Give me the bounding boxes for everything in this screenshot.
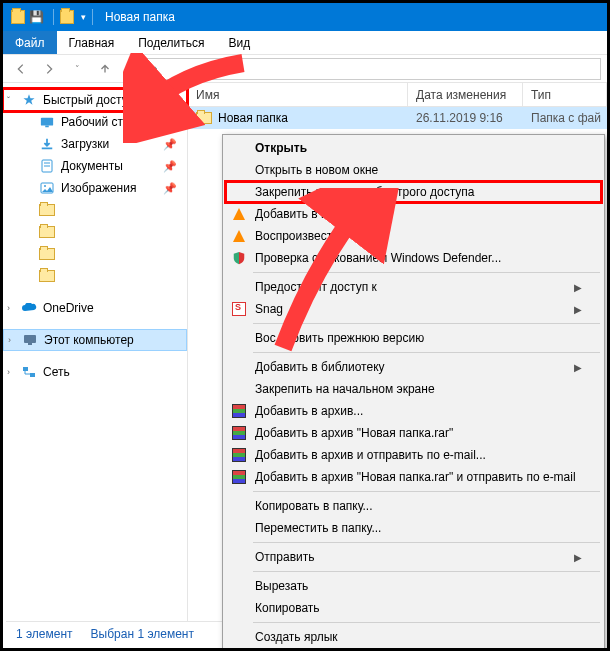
sidebar-network[interactable]: › Сеть bbox=[3, 361, 187, 383]
folder-icon bbox=[196, 112, 212, 124]
ctx-add-library[interactable]: Добавить в библиотеку▶ bbox=[225, 356, 602, 378]
sidebar-desktop[interactable]: Рабочий стол 📌 bbox=[3, 111, 187, 133]
quick-access-icon bbox=[21, 93, 37, 107]
ctx-cut[interactable]: Вырезать bbox=[225, 575, 602, 597]
ctx-pin-start[interactable]: Закрепить на начальном экране bbox=[225, 378, 602, 400]
separator bbox=[253, 542, 600, 543]
ctx-create-shortcut[interactable]: Создать ярлык bbox=[225, 626, 602, 648]
context-menu: Открыть Открыть в новом окне Закрепить н… bbox=[222, 134, 605, 651]
sidebar-downloads[interactable]: Загрузки 📌 bbox=[3, 133, 187, 155]
ctx-send-to[interactable]: Отправить▶ bbox=[225, 546, 602, 568]
pin-icon: 📌 bbox=[163, 138, 177, 151]
sidebar-folder-2[interactable] bbox=[3, 221, 187, 243]
quick-save-icon[interactable]: 💾 bbox=[29, 10, 43, 24]
pin-icon: 📌 bbox=[163, 182, 177, 195]
vlc-icon bbox=[231, 228, 247, 244]
app-folder-icon bbox=[11, 10, 25, 24]
separator bbox=[253, 491, 600, 492]
svg-rect-1 bbox=[45, 126, 49, 128]
column-headers[interactable]: Имя Дата изменения Тип bbox=[188, 83, 607, 107]
back-button[interactable] bbox=[9, 58, 33, 80]
up-button[interactable] bbox=[93, 58, 117, 80]
pin-icon: 📌 bbox=[163, 116, 177, 129]
ctx-pin-quick-access[interactable]: Закрепить на панели быстрого доступа bbox=[225, 181, 602, 203]
rar-icon bbox=[231, 469, 247, 485]
ctx-archive-email[interactable]: Добавить в архив и отправить по e-mail..… bbox=[225, 444, 602, 466]
file-name: Новая папка bbox=[218, 111, 288, 125]
tab-file[interactable]: Файл bbox=[3, 31, 57, 54]
ctx-move-to[interactable]: Переместить в папку... bbox=[225, 517, 602, 539]
ctx-open-new-window[interactable]: Открыть в новом окне bbox=[225, 159, 602, 181]
folder-icon bbox=[39, 269, 55, 283]
folder-icon bbox=[39, 225, 55, 239]
folder-icon bbox=[39, 203, 55, 217]
snagit-icon bbox=[231, 301, 247, 317]
svg-rect-2 bbox=[42, 148, 53, 150]
sidebar-documents[interactable]: Документы 📌 bbox=[3, 155, 187, 177]
ctx-add-archive-named[interactable]: Добавить в архив "Новая папка.rar" bbox=[225, 422, 602, 444]
address-bar[interactable]: › bbox=[129, 58, 601, 80]
col-name[interactable]: Имя bbox=[188, 83, 408, 106]
sidebar-folder-3[interactable] bbox=[3, 243, 187, 265]
status-selected: Выбран 1 элемент bbox=[91, 627, 194, 641]
rar-icon bbox=[231, 425, 247, 441]
ctx-open[interactable]: Открыть bbox=[225, 137, 602, 159]
file-date: 26.11.2019 9:16 bbox=[408, 111, 523, 125]
col-type[interactable]: Тип bbox=[523, 83, 607, 106]
ctx-defender-scan[interactable]: Проверка с и жованием Windows Defender..… bbox=[225, 247, 602, 269]
folder-icon bbox=[134, 63, 150, 75]
sidebar-quick-access[interactable]: ˇ Быстрый доступ bbox=[3, 89, 187, 111]
tab-view[interactable]: Вид bbox=[216, 31, 262, 54]
ctx-archive-named-email[interactable]: Добавить в архив "Новая папка.rar" и отп… bbox=[225, 466, 602, 488]
pin-icon: 📌 bbox=[163, 160, 177, 173]
submenu-arrow-icon: ▶ bbox=[574, 304, 582, 315]
svg-rect-10 bbox=[23, 367, 28, 371]
separator bbox=[253, 571, 600, 572]
label: Рабочий стол bbox=[61, 115, 136, 129]
expand-icon[interactable]: ˇ bbox=[7, 95, 10, 105]
sidebar-folder-4[interactable] bbox=[3, 265, 187, 287]
ctx-copy-to[interactable]: Копировать в папку... bbox=[225, 495, 602, 517]
separator bbox=[253, 323, 600, 324]
forward-button[interactable] bbox=[37, 58, 61, 80]
expand-icon[interactable]: › bbox=[7, 367, 10, 377]
sidebar-this-pc[interactable]: › Этот компьютер bbox=[3, 329, 187, 351]
label: Этот компьютер bbox=[44, 333, 134, 347]
expand-icon[interactable]: › bbox=[7, 303, 10, 313]
label: Сеть bbox=[43, 365, 70, 379]
ctx-share-access[interactable]: Предоставит доступ к▶ bbox=[225, 276, 602, 298]
label: OneDrive bbox=[43, 301, 94, 315]
submenu-arrow-icon: ▶ bbox=[574, 362, 582, 373]
ctx-vlc-play[interactable]: Воспроизвести в bbox=[225, 225, 602, 247]
label: Изображения bbox=[61, 181, 136, 195]
ctx-copy[interactable]: Копировать bbox=[225, 597, 602, 619]
file-row[interactable]: Новая папка 26.11.2019 9:16 Папка с фай bbox=[188, 107, 607, 129]
svg-rect-9 bbox=[28, 343, 32, 345]
downloads-icon bbox=[39, 137, 55, 151]
divider bbox=[53, 9, 54, 25]
ctx-add-archive[interactable]: Добавить в архив... bbox=[225, 400, 602, 422]
chevron-right-icon: › bbox=[154, 63, 157, 74]
ctx-vlc-add-playlist[interactable]: Добавить в плейли LC bbox=[225, 203, 602, 225]
network-icon bbox=[21, 365, 37, 379]
tab-home[interactable]: Главная bbox=[57, 31, 127, 54]
window-title: Новая папка bbox=[105, 10, 175, 24]
separator bbox=[253, 272, 600, 273]
desktop-icon bbox=[39, 115, 55, 129]
expand-icon[interactable]: › bbox=[8, 335, 11, 345]
tab-share[interactable]: Поделиться bbox=[126, 31, 216, 54]
status-count: 1 элемент bbox=[16, 627, 73, 641]
sidebar-folder-1[interactable] bbox=[3, 199, 187, 221]
onedrive-icon bbox=[21, 301, 37, 315]
sidebar-pictures[interactable]: Изображения 📌 bbox=[3, 177, 187, 199]
ctx-snagit[interactable]: Snag▶ bbox=[225, 298, 602, 320]
caret-down-icon[interactable]: ▾ bbox=[81, 12, 86, 22]
sidebar-onedrive[interactable]: › OneDrive bbox=[3, 297, 187, 319]
recent-dropdown[interactable]: ˅ bbox=[65, 58, 89, 80]
ctx-restore-version[interactable]: Вос ановить прежнюю версию bbox=[225, 327, 602, 349]
folder-icon bbox=[39, 247, 55, 261]
svg-rect-0 bbox=[41, 118, 53, 126]
rar-icon bbox=[231, 447, 247, 463]
col-date[interactable]: Дата изменения bbox=[408, 83, 523, 106]
label: Документы bbox=[61, 159, 123, 173]
